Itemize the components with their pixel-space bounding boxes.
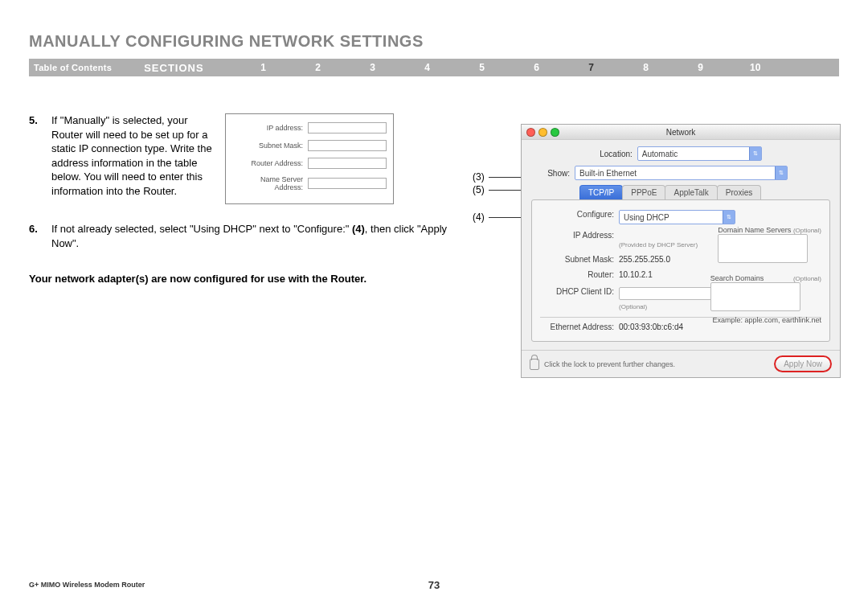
product-name: G+ MIMO Wireless Modem Router	[29, 581, 145, 589]
router-label-mac: Router:	[540, 270, 619, 279]
section-7[interactable]: 7	[564, 62, 619, 73]
show-label: Show:	[531, 169, 575, 178]
page-title: MANUALLY CONFIGURING NETWORK SETTINGS	[29, 32, 839, 51]
chevron-updown-icon: ⇅	[723, 211, 735, 224]
section-navbar: Table of Contents SECTIONS 1 2 3 4 5 6 7…	[29, 59, 839, 76]
step5-text: If "Manually" is selected, your Router w…	[51, 113, 212, 198]
ethernet-label: Ethernet Address:	[540, 322, 619, 331]
router-address-field[interactable]	[308, 158, 387, 169]
section-4[interactable]: 4	[400, 62, 455, 73]
apply-now-button[interactable]: Apply Now	[774, 355, 832, 372]
section-3[interactable]: 3	[346, 62, 400, 73]
search-domains-textarea[interactable]	[710, 282, 800, 311]
location-select[interactable]: Automatic⇅	[637, 146, 762, 161]
show-select[interactable]: Built-in Ethernet⇅	[575, 166, 788, 180]
tab-pppoe[interactable]: PPPoE	[622, 185, 665, 199]
step5-number: 5.	[29, 113, 51, 198]
configure-select[interactable]: Using DHCP⇅	[619, 210, 735, 224]
chevron-updown-icon: ⇅	[749, 147, 761, 160]
tab-bar: TCP/IP PPPoE AppleTalk Proxies	[579, 185, 830, 199]
section-10[interactable]: 10	[728, 62, 783, 73]
location-label: Location:	[600, 150, 637, 158]
lock-icon[interactable]	[530, 359, 539, 370]
name-server-field[interactable]	[308, 178, 387, 189]
configure-label: Configure:	[540, 210, 619, 219]
section-5[interactable]: 5	[455, 62, 510, 73]
sections-label: SECTIONS	[144, 62, 203, 74]
completion-message: Your network adapter(s) are now configur…	[29, 273, 463, 285]
ip-info-table: IP address: Subnet Mask: Router Address:…	[225, 113, 394, 204]
ip-address-label-mac: IP Address:	[540, 231, 619, 240]
dns-textarea[interactable]	[718, 234, 808, 263]
tab-proxies[interactable]: Proxies	[717, 185, 761, 199]
dns-label: Domain Name Servers (Optional)	[718, 226, 821, 234]
dhcp-client-label: DHCP Client ID:	[540, 287, 619, 296]
network-preferences-window: Network Location: Automatic⇅ Show: Built…	[521, 124, 841, 378]
page-number: 73	[428, 579, 440, 591]
tab-appletalk[interactable]: AppleTalk	[665, 185, 717, 199]
subnet-value-mac: 255.255.255.0	[619, 255, 670, 264]
step6-text: If not already selected, select "Using D…	[51, 222, 463, 250]
section-6[interactable]: 6	[510, 62, 564, 73]
subnet-mask-field[interactable]	[308, 140, 387, 151]
section-9[interactable]: 9	[674, 62, 728, 73]
toc-link[interactable]: Table of Contents	[34, 63, 112, 72]
example-note: Example: apple.com, earthlink.net	[712, 316, 821, 324]
step6-number: 6.	[29, 222, 51, 250]
ip-address-label: IP address:	[232, 124, 308, 132]
ethernet-value: 00:03:93:0b:c6:d4	[619, 322, 683, 331]
search-domains-label: Search Domains (Optional)	[710, 274, 821, 282]
tab-tcpip[interactable]: TCP/IP	[579, 185, 623, 199]
section-2[interactable]: 2	[291, 62, 346, 73]
lock-text: Click the lock to prevent further change…	[544, 360, 675, 368]
dhcp-client-input[interactable]	[619, 287, 717, 300]
subnet-label-mac: Subnet Mask:	[540, 255, 619, 264]
subnet-mask-label: Subnet Mask:	[232, 142, 308, 150]
ip-address-field[interactable]	[308, 122, 387, 134]
chevron-updown-icon: ⇅	[775, 166, 787, 179]
ip-provided-note: (Provided by DHCP Server)	[619, 241, 698, 249]
window-titlebar[interactable]: Network	[522, 125, 840, 140]
name-server-label: Name Server Address:	[232, 175, 308, 191]
router-address-label: Router Address:	[232, 159, 308, 167]
router-value-mac: 10.10.2.1	[619, 270, 653, 279]
dhcp-optional-note: (Optional)	[619, 303, 647, 310]
section-1[interactable]: 1	[236, 62, 291, 73]
tcpip-panel: Configure: Using DHCP⇅ Domain Name Serve…	[531, 199, 830, 342]
window-title: Network	[522, 128, 840, 137]
section-8[interactable]: 8	[619, 62, 674, 73]
